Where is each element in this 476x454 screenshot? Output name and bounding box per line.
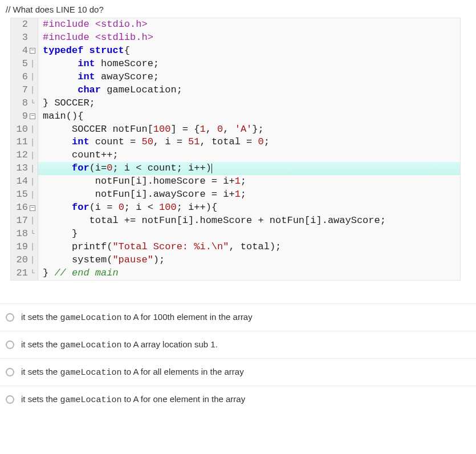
code-text: count++; <box>38 149 460 162</box>
fold-guide-icon: │ <box>30 216 35 225</box>
code-text: #include <stdio.h> <box>38 18 460 31</box>
line-number: 7│ <box>11 84 38 97</box>
option-label: it sets the gameLocation to A for one el… <box>21 394 245 405</box>
code-text: } <box>38 228 460 241</box>
line-number: 21└ <box>11 267 38 280</box>
line-number: 20│ <box>11 254 38 267</box>
code-line-3: 3 #include <stdlib.h> <box>11 31 460 44</box>
code-text: for(i=0; i < count; i++) <box>38 162 460 175</box>
code-line-19: 19│ printf("Total Score: %i.\n", total); <box>11 241 460 254</box>
code-line-8: 8└} SOCCER; <box>11 97 460 110</box>
fold-end-icon: └ <box>30 269 35 278</box>
option-label: it sets the gameLocation to A for 100th … <box>21 312 253 323</box>
line-number: 16− <box>11 201 38 214</box>
fold-toggle-icon[interactable]: − <box>30 114 35 119</box>
radio-icon[interactable] <box>6 395 14 404</box>
line-number: 4− <box>11 44 38 58</box>
code-text: } // end main <box>38 267 460 280</box>
code-block: 2 #include <stdio.h>3 #include <stdlib.h… <box>10 18 461 281</box>
code-line-15: 15│ notFun[i].awayScore = i+1; <box>11 188 460 201</box>
code-line-9: 9−main(){ <box>11 110 460 123</box>
code-line-20: 20│ system("pause"); <box>11 254 460 267</box>
answer-option-2[interactable]: it sets the gameLocation to A array loca… <box>0 331 476 358</box>
line-number: 2 <box>11 18 38 31</box>
code-line-6: 6│ int awayScore; <box>11 71 460 84</box>
code-line-14: 14│ notFun[i].homeScore = i+1; <box>11 175 460 188</box>
line-number: 8└ <box>11 97 38 110</box>
code-line-12: 12│ count++; <box>11 149 460 162</box>
code-line-16: 16− for(i = 0; i < 100; i++){ <box>11 201 460 214</box>
code-text: SOCCER notFun[100] = {1, 0, 'A'}; <box>38 123 460 136</box>
code-line-7: 7│ char gameLocation; <box>11 84 460 97</box>
fold-guide-icon: │ <box>30 59 35 68</box>
code-text: main(){ <box>38 110 460 123</box>
question-text: // What does LINE 10 do? <box>0 0 476 18</box>
radio-icon[interactable] <box>6 368 14 376</box>
code-text: system("pause"); <box>38 254 460 267</box>
code-line-17: 17│ total += notFun[i].homeScore + notFu… <box>11 214 460 228</box>
radio-icon[interactable] <box>6 340 14 349</box>
fold-guide-icon: │ <box>30 86 35 95</box>
line-number: 10│ <box>11 123 38 136</box>
code-text: int awayScore; <box>38 71 460 84</box>
fold-guide-icon: │ <box>30 72 35 82</box>
line-number: 18└ <box>11 228 38 241</box>
code-text: int homeScore; <box>38 58 460 71</box>
line-number: 3 <box>11 31 38 44</box>
answer-option-3[interactable]: it sets the gameLocation to A for all el… <box>0 358 476 386</box>
code-text: notFun[i].homeScore = i+1; <box>38 175 460 188</box>
line-number: 12│ <box>11 149 38 162</box>
fold-guide-icon: │ <box>30 256 35 265</box>
code-line-18: 18└ } <box>11 228 460 241</box>
fold-end-icon: └ <box>30 99 35 108</box>
answer-option-4[interactable]: it sets the gameLocation to A for one el… <box>0 386 476 413</box>
code-line-11: 11│ int count = 50, i = 51, total = 0; <box>11 136 460 149</box>
line-number: 15│ <box>11 188 38 201</box>
line-number: 14│ <box>11 175 38 188</box>
options-list: it sets the gameLocation to A for 100th … <box>0 303 476 413</box>
code-text: #include <stdlib.h> <box>38 31 460 44</box>
line-number: 6│ <box>11 71 38 84</box>
code-line-21: 21└} // end main <box>11 267 460 280</box>
code-line-4: 4−typedef struct{ <box>11 44 460 58</box>
line-number: 19│ <box>11 241 38 254</box>
line-number: 5│ <box>11 58 38 71</box>
code-line-13: 13│ for(i=0; i < count; i++) <box>11 162 460 175</box>
text-cursor <box>211 164 212 173</box>
fold-guide-icon: │ <box>30 177 35 187</box>
option-label: it sets the gameLocation to A for all el… <box>21 367 244 378</box>
fold-guide-icon: │ <box>30 164 35 173</box>
code-text: int count = 50, i = 51, total = 0; <box>38 136 460 149</box>
code-text: notFun[i].awayScore = i+1; <box>38 188 460 201</box>
code-text: } SOCCER; <box>38 97 460 110</box>
option-label: it sets the gameLocation to A array loca… <box>21 339 218 350</box>
fold-guide-icon: │ <box>30 138 35 147</box>
fold-guide-icon: │ <box>30 125 35 134</box>
code-text: printf("Total Score: %i.\n", total); <box>38 241 460 254</box>
line-number: 13│ <box>11 162 38 175</box>
line-number: 17│ <box>11 214 38 228</box>
code-text: total += notFun[i].homeScore + notFun[i]… <box>38 214 460 228</box>
line-number: 11│ <box>11 136 38 149</box>
code-text: for(i = 0; i < 100; i++){ <box>38 201 460 214</box>
fold-guide-icon: │ <box>30 242 35 252</box>
fold-toggle-icon[interactable]: − <box>30 48 35 54</box>
line-number: 9− <box>11 110 38 123</box>
fold-guide-icon: │ <box>30 151 35 160</box>
fold-end-icon: └ <box>30 229 35 238</box>
code-line-5: 5│ int homeScore; <box>11 58 460 71</box>
radio-icon[interactable] <box>6 313 14 322</box>
fold-toggle-icon[interactable]: − <box>30 205 35 211</box>
code-text: typedef struct{ <box>38 44 460 58</box>
code-text: char gameLocation; <box>38 84 460 97</box>
answer-option-1[interactable]: it sets the gameLocation to A for 100th … <box>0 303 476 331</box>
code-line-2: 2 #include <stdio.h> <box>11 18 460 31</box>
code-line-10: 10│ SOCCER notFun[100] = {1, 0, 'A'}; <box>11 123 460 136</box>
fold-guide-icon: │ <box>30 190 35 200</box>
